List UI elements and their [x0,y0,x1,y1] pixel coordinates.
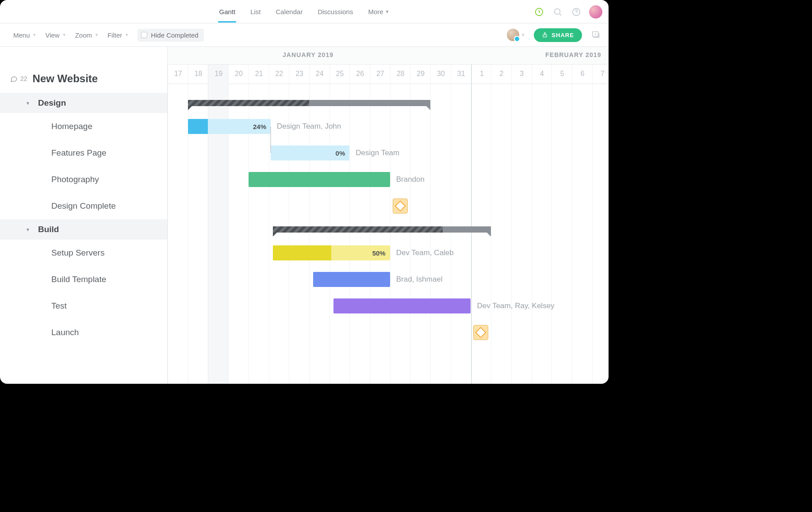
svg-point-1 [555,8,560,14]
milestone[interactable] [473,325,488,340]
day-number: 5 [552,70,572,78]
tab-list[interactable]: List [249,0,261,23]
task-row[interactable]: Design Complete [0,193,167,219]
task-bar[interactable] [249,172,390,187]
day-number: 24 [310,70,330,78]
hide-completed-label: Hide Completed [151,31,199,39]
comment-count-value: 22 [20,75,27,82]
assignee-label: Design Team [349,140,399,166]
assignee-label: Design Team, John [271,113,341,140]
checkbox-icon [141,32,147,38]
hide-completed-toggle[interactable]: Hide Completed [138,29,204,42]
summary-row [168,219,609,240]
month-label: FEBRUARY 2019 [545,51,601,58]
day-number: 6 [572,70,593,78]
day-number: 18 [188,70,209,78]
svg-point-3 [576,14,576,14]
day-number: 3 [512,70,532,78]
view-dropdown[interactable]: View▼ [45,31,66,39]
progress-percent: 50% [372,249,386,257]
day-number: 25 [330,70,350,78]
day-number: 22 [269,70,290,78]
task-row[interactable]: Features Page [0,140,167,166]
timeline-row: 50%Dev Team, Caleb [168,240,609,266]
day-number: 20 [229,70,249,78]
day-number: 29 [410,70,431,78]
assignee-filter[interactable]: ▼ [507,29,525,41]
tab-more-label: More [368,8,383,15]
summary-row [168,93,609,113]
timeline-row: Brad, Ishmael [168,266,609,293]
task-row[interactable]: Build Template [0,266,167,293]
task-row[interactable]: Homepage [0,113,167,140]
task-bar[interactable]: 24% [188,119,271,134]
timeline-day-header: 1718192021222324252627282930311234567 [168,65,609,84]
day-number: 7 [593,70,609,78]
top-nav: Gantt List Calendar Discussions More ▼ [0,0,609,23]
day-number: 27 [370,70,391,78]
caret-down-icon: ▼ [521,33,525,37]
filter-dropdown[interactable]: Filter▼ [107,31,129,39]
diamond-icon [395,200,406,211]
timeline-row [168,193,609,219]
avatar-icon [507,29,519,41]
diamond-icon [475,327,486,338]
task-row[interactable]: Setup Servers [0,240,167,266]
toolbar: Menu▼ View▼ Zoom▼ Filter▼ Hide Completed… [0,23,609,47]
progress-percent: 24% [253,123,266,130]
comment-count[interactable]: 22 [10,75,27,83]
day-number: 17 [168,70,188,78]
timeline-month-header: JANUARY 2019FEBRUARY 2019 [168,47,609,65]
day-number: 1 [472,70,492,78]
group-row[interactable]: ▼Build [0,219,167,240]
tab-discussions[interactable]: Discussions [317,0,354,23]
timeline-body: 24%Design Team, John0%Design TeamBrandon… [168,84,609,346]
share-button[interactable]: SHARE [534,28,582,42]
task-row[interactable]: Test [0,293,167,319]
summary-bar[interactable] [188,100,430,106]
filter-label: Filter [107,31,122,39]
gantt-chart[interactable]: JANUARY 2019FEBRUARY 2019 17181920212223… [168,47,609,384]
timeline-row: 24%Design Team, John [168,113,609,140]
day-number: 23 [289,70,310,78]
task-row[interactable]: Launch [0,319,167,346]
tab-gantt[interactable]: Gantt [218,0,236,23]
day-number: 28 [391,70,411,78]
project-title[interactable]: New Website [33,73,98,85]
tab-more[interactable]: More ▼ [367,0,390,23]
tab-calendar[interactable]: Calendar [275,0,304,23]
share-icon [542,32,548,38]
task-row[interactable]: Photography [0,166,167,193]
chevron-down-icon: ▼ [26,101,30,106]
day-number: 30 [431,70,451,78]
caret-down-icon: ▼ [385,9,390,14]
group-name: Build [38,225,59,234]
day-number: 26 [350,70,370,78]
group-row[interactable]: ▼Design [0,93,167,113]
presentation-icon[interactable] [591,30,601,40]
caret-down-icon: ▼ [62,33,66,37]
assignee-label: Brad, Ishmael [390,266,443,293]
task-bar[interactable]: 50% [273,245,390,260]
task-bar[interactable] [333,298,471,313]
day-number: 21 [249,70,269,78]
month-label: JANUARY 2019 [283,51,333,58]
progress-fill [188,119,208,134]
menu-dropdown[interactable]: Menu▼ [13,31,36,39]
view-label: View [45,31,59,39]
summary-bar[interactable] [273,226,491,233]
user-avatar[interactable] [589,5,602,19]
comment-icon [10,75,18,83]
milestone[interactable] [393,199,408,214]
task-bar[interactable] [313,272,390,287]
task-bar[interactable]: 0% [271,145,349,160]
menu-label: Menu [13,31,30,39]
chevron-down-icon: ▼ [26,227,30,232]
project-header: 22 New Website [0,65,167,93]
clock-icon[interactable] [533,6,545,18]
search-icon[interactable] [552,6,563,18]
day-number: 2 [491,70,512,78]
help-icon[interactable] [571,6,582,18]
timeline-row: Dev Team, Ray, Kelsey [168,293,609,319]
zoom-dropdown[interactable]: Zoom▼ [75,31,99,39]
